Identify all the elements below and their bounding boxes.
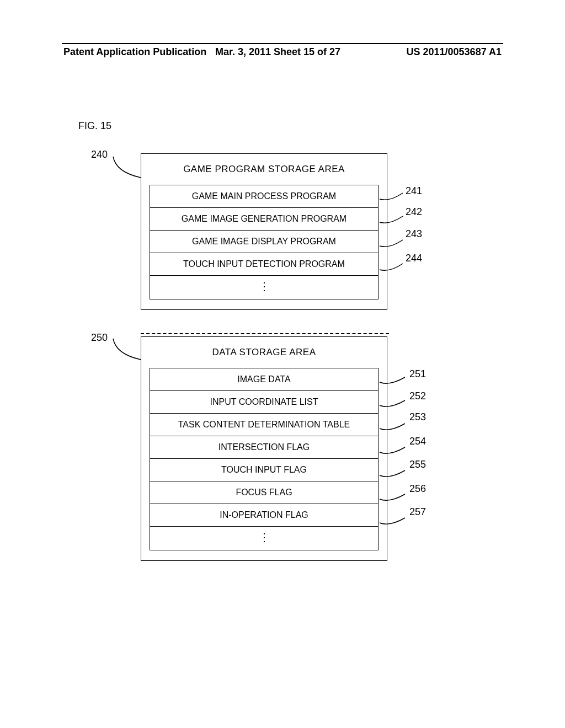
header-rule [62,43,503,44]
header-center: Mar. 3, 2011 Sheet 15 of 27 [215,46,340,58]
area-240-title: GAME PROGRAM STORAGE AREA [141,154,387,185]
ref-254: 254 [409,436,426,447]
ref-252: 252 [409,390,426,402]
row-253: TASK CONTENT DETERMINATION TABLE [150,413,378,436]
header-left: Patent Application Publication [63,46,206,58]
ref-255: 255 [409,459,426,470]
header-right: US 2011/0053687 A1 [407,46,502,58]
row-ellipsis-1: ⋮ [150,275,378,299]
row-241: GAME MAIN PROCESS PROGRAM [150,185,378,207]
area-250-title: DATA STORAGE AREA [141,337,387,368]
row-255: TOUCH INPUT FLAG [150,458,378,481]
ref-257: 257 [409,506,426,518]
ref-244: 244 [406,253,422,264]
ref-242: 242 [406,206,422,218]
ref-241: 241 [406,185,422,197]
area-240-rows: GAME MAIN PROCESS PROGRAM GAME IMAGE GEN… [150,185,379,299]
memory-area-250: DATA STORAGE AREA IMAGE DATA INPUT COORD… [141,336,387,561]
patent-figure-page: Patent Application Publication Mar. 3, 2… [0,0,565,728]
memory-area-240: GAME PROGRAM STORAGE AREA GAME MAIN PROC… [141,153,387,310]
area-250-rows: IMAGE DATA INPUT COORDINATE LIST TASK CO… [150,368,379,550]
row-243: GAME IMAGE DISPLAY PROGRAM [150,230,378,253]
figure-number-label: FIG. 15 [78,120,111,132]
ref-240: 240 [91,149,108,160]
row-254: INTERSECTION FLAG [150,436,378,458]
area-separator [141,333,389,334]
ref-253: 253 [409,411,426,423]
ref-251: 251 [409,368,426,380]
ref-243: 243 [406,228,422,240]
row-244: TOUCH INPUT DETECTION PROGRAM [150,253,378,275]
leader-line-250 [110,338,143,365]
leader-line-240 [110,156,143,183]
ref-250: 250 [91,332,108,344]
ref-256: 256 [409,483,426,495]
row-242: GAME IMAGE GENERATION PROGRAM [150,207,378,230]
row-257: IN-OPERATION FLAG [150,504,378,526]
row-256: FOCUS FLAG [150,481,378,504]
row-251: IMAGE DATA [150,368,378,390]
row-ellipsis-2: ⋮ [150,526,378,550]
row-252: INPUT COORDINATE LIST [150,390,378,413]
